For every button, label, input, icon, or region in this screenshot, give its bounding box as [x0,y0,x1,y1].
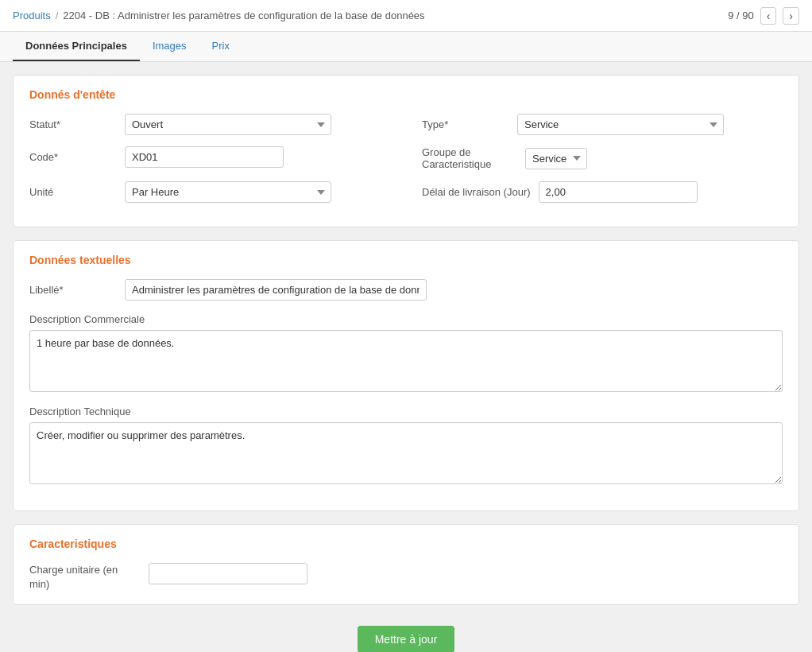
form-group-unite: Unité Par Heure Par Jour [29,181,390,203]
tab-images[interactable]: Images [140,32,199,61]
code-label: Code* [29,151,117,163]
footer-actions: Mettre à jour [13,618,799,652]
tab-donnees-principales[interactable]: Données Principales [13,32,140,61]
groupe-select[interactable]: Service Autre [525,148,587,169]
form-row-unite-delai: Unité Par Heure Par Jour Délai de livrai… [29,181,783,203]
top-bar: Produits / 2204 - DB : Administrer les p… [0,0,812,32]
charge-label: Charge unitaire (enmin) [29,563,133,592]
page-title: 2204 - DB : Administrer les paramètres d… [63,10,424,21]
nav-controls: 9 / 90 ‹ › [728,7,799,25]
caracteristiques-section: Caracteristiques Charge unitaire (enmin) [13,524,799,605]
desc-comm-block: Description Commerciale 1 heure par base… [29,313,783,394]
type-select[interactable]: Service Produit [517,114,724,135]
statut-label: Statut* [29,118,117,130]
type-label: Type* [422,118,509,130]
form-row-statut-type: Statut* Ouvert Fermé Type* Service Produ… [29,114,783,135]
form-group-libelle: Libellé* [29,279,783,301]
text-section-title: Données textuelles [29,254,783,266]
desc-tech-block: Description Technique Créer, modifier ou… [29,406,783,487]
form-group-type: Type* Service Produit [422,114,783,135]
breadcrumb: Produits / 2204 - DB : Administrer les p… [13,10,425,21]
delai-input[interactable] [539,181,698,203]
breadcrumb-separator: / [56,10,59,21]
charge-row: Charge unitaire (enmin) [29,563,783,592]
code-input[interactable] [125,146,284,168]
form-group-statut: Statut* Ouvert Fermé [29,114,390,135]
update-button[interactable]: Mettre à jour [358,626,455,652]
groupe-label: Groupe de Caracteristique [422,146,517,170]
prev-button[interactable]: ‹ [760,7,777,25]
form-row-code-groupe: Code* Groupe de Caracteristique Service … [29,146,783,170]
form-group-delai: Délai de livraison (Jour) [422,181,783,203]
caracteristiques-title: Caracteristiques [29,538,783,550]
unite-label: Unité [29,186,117,198]
form-group-code: Code* [29,146,390,168]
desc-comm-textarea[interactable]: 1 heure par base de données. [29,330,783,392]
header-section-title: Donnés d'entête [29,88,783,101]
desc-tech-textarea[interactable]: Créer, modifier ou supprimer des paramèt… [29,422,783,484]
pagination-text: 9 / 90 [728,10,754,21]
libelle-input[interactable] [125,279,427,301]
text-section: Données textuelles Libellé* Description … [13,240,799,511]
desc-tech-label: Description Technique [29,406,783,417]
desc-comm-label: Description Commerciale [29,313,783,325]
next-button[interactable]: › [783,7,799,25]
tab-prix[interactable]: Prix [199,32,242,61]
charge-input[interactable] [149,563,307,584]
form-row-libelle: Libellé* [29,279,783,301]
unite-select[interactable]: Par Heure Par Jour [125,181,331,203]
statut-select[interactable]: Ouvert Fermé [125,114,331,135]
header-section: Donnés d'entête Statut* Ouvert Fermé Typ… [13,75,799,227]
delai-label: Délai de livraison (Jour) [422,186,531,198]
form-group-groupe: Groupe de Caracteristique Service Autre [422,146,783,170]
tabs-bar: Données Principales Images Prix [0,32,812,62]
breadcrumb-link[interactable]: Produits [13,10,51,21]
main-content: Donnés d'entête Statut* Ouvert Fermé Typ… [0,62,812,652]
libelle-label: Libellé* [29,284,117,296]
